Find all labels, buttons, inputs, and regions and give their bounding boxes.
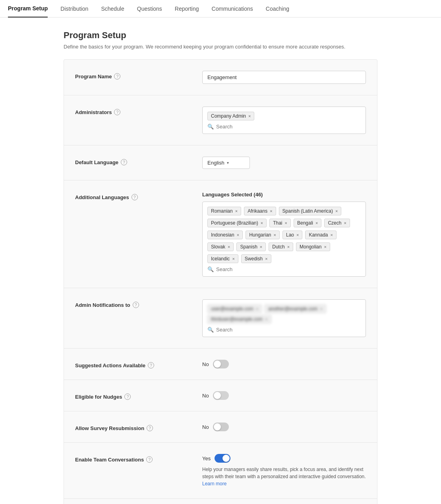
tag-lang-remove-kannada[interactable]: × bbox=[330, 233, 333, 237]
tag-lang-label-portuguese-br: Portuguese (Brazilian) bbox=[211, 220, 258, 226]
label-eligible-nudges: Eligible for Nudges bbox=[75, 394, 122, 400]
tag-lang-remove-portuguese-br[interactable]: × bbox=[261, 221, 263, 225]
nav-bar: Program SetupDistributionScheduleQuestio… bbox=[0, 0, 441, 17]
tag-lang-label-bengali: Bengali bbox=[297, 220, 313, 226]
field-additional-languages: Additional Languages ? Languages Selecte… bbox=[64, 180, 377, 288]
tag-lang-label-thai: Thai bbox=[273, 220, 282, 226]
label-suggested-actions: Suggested Actions Available bbox=[75, 362, 145, 368]
tag-lang-thai: Thai× bbox=[269, 219, 291, 227]
tag-lang-label-slovak: Slovak bbox=[211, 244, 225, 250]
tag-lang-label-swedish: Swedish bbox=[245, 256, 263, 262]
tag-lang-remove-afrikaans[interactable]: × bbox=[270, 209, 272, 213]
tag-lang-remove-czech[interactable]: × bbox=[344, 221, 346, 225]
help-icon-admin-notifications[interactable]: ? bbox=[133, 302, 139, 308]
languages-search-input[interactable] bbox=[216, 266, 361, 272]
tag-lang-remove-spanish[interactable]: × bbox=[260, 244, 262, 249]
tag-email-2: another@example.com × bbox=[265, 304, 326, 313]
tag-lang-label-czech: Czech bbox=[328, 220, 341, 226]
tag-lang-dutch: Dutch× bbox=[269, 242, 293, 251]
nav-item-coaching[interactable]: Coaching bbox=[266, 0, 289, 17]
label-admin-notifications: Admin Notifications to bbox=[75, 302, 130, 308]
admin-notifications-tags: user@example.com × another@example.com ×… bbox=[207, 304, 361, 324]
nav-item-schedule[interactable]: Schedule bbox=[101, 0, 124, 17]
tag-lang-label-kannada: Kannada bbox=[309, 232, 328, 238]
nav-item-questions[interactable]: Questions bbox=[137, 0, 162, 17]
tag-lang-remove-romanian[interactable]: × bbox=[235, 209, 238, 213]
help-icon-suggested-actions[interactable]: ? bbox=[148, 362, 154, 368]
help-icon-additional-languages[interactable]: ? bbox=[132, 194, 138, 200]
administrators-search-input[interactable] bbox=[216, 124, 361, 130]
tag-lang-label-spanish-la: Spanish (Latin America) bbox=[282, 208, 333, 214]
enable-team-conv-state-label: Yes bbox=[202, 456, 211, 461]
languages-search-icon: 🔍 bbox=[207, 266, 214, 272]
help-icon-allow-resubmission[interactable]: ? bbox=[147, 425, 153, 431]
control-program-name bbox=[202, 71, 366, 84]
help-icon-program-name[interactable]: ? bbox=[114, 73, 120, 79]
tag-remove-company-admin[interactable]: × bbox=[248, 114, 251, 118]
tag-lang-remove-lao[interactable]: × bbox=[296, 233, 299, 237]
page-content: Program Setup Define the basics for your… bbox=[0, 17, 441, 504]
help-icon-enable-team-conv[interactable]: ? bbox=[146, 456, 153, 463]
field-eligible-nudges: Eligible for Nudges ? No bbox=[64, 380, 377, 411]
tag-lang-remove-indonesian[interactable]: × bbox=[237, 233, 239, 237]
tag-lang-label-dutch: Dutch bbox=[272, 244, 284, 250]
administrators-search-row: 🔍 bbox=[207, 124, 361, 130]
tag-lang-remove-bengali[interactable]: × bbox=[315, 221, 318, 225]
label-enable-team-conv: Enable Team Conversations bbox=[75, 457, 144, 463]
tag-lang-remove-mongolian[interactable]: × bbox=[324, 244, 326, 249]
tag-lang-portuguese-br: Portuguese (Brazilian)× bbox=[207, 219, 267, 227]
administrators-tag-box: Company Admin × 🔍 bbox=[202, 107, 366, 134]
administrators-tags: Company Admin × bbox=[207, 111, 361, 121]
nav-item-reporting[interactable]: Reporting bbox=[175, 0, 199, 17]
tag-email-2-remove[interactable]: × bbox=[320, 306, 322, 311]
enable-team-conv-toggle-row: Yes bbox=[202, 454, 366, 463]
label-col-additional-languages: Additional Languages ? bbox=[75, 192, 202, 200]
label-col-eligible-nudges: Eligible for Nudges ? bbox=[75, 391, 202, 400]
tag-lang-label-afrikaans: Afrikaans bbox=[248, 208, 267, 214]
help-icon-administrators[interactable]: ? bbox=[114, 109, 120, 115]
suggested-actions-thumb bbox=[214, 361, 221, 368]
field-program-name: Program Name ? bbox=[64, 60, 377, 95]
tag-lang-remove-thai[interactable]: × bbox=[285, 221, 287, 225]
page-subtitle: Define the basics for your program. We r… bbox=[64, 44, 377, 50]
tag-lang-afrikaans: Afrikaans× bbox=[244, 207, 276, 215]
enable-team-conv-toggle[interactable] bbox=[215, 454, 230, 463]
label-allow-resubmission: Allow Survey Resubmission bbox=[75, 425, 144, 431]
program-name-input[interactable] bbox=[202, 71, 366, 84]
help-icon-eligible-nudges[interactable]: ? bbox=[124, 394, 131, 400]
tag-lang-remove-hungarian[interactable]: × bbox=[274, 233, 276, 237]
tag-email-1: user@example.com × bbox=[207, 304, 262, 313]
tag-lang-bengali: Bengali× bbox=[294, 219, 321, 227]
tag-email-1-remove[interactable]: × bbox=[256, 306, 258, 311]
eligible-nudges-toggle bbox=[213, 391, 229, 400]
tag-email-3-remove[interactable]: × bbox=[265, 317, 267, 322]
label-program-name: Program Name bbox=[75, 74, 112, 79]
nav-item-distribution[interactable]: Distribution bbox=[60, 0, 88, 17]
field-allow-resubmission: Allow Survey Resubmission ? No bbox=[64, 411, 377, 443]
administrators-search-icon: 🔍 bbox=[207, 124, 214, 130]
tag-lang-remove-dutch[interactable]: × bbox=[287, 244, 290, 249]
tag-lang-remove-swedish[interactable]: × bbox=[265, 256, 267, 261]
control-enable-team-conv: Yes Help your managers easily share resu… bbox=[202, 454, 366, 487]
tag-company-admin: Company Admin × bbox=[207, 112, 254, 120]
tag-lang-remove-slovak[interactable]: × bbox=[228, 244, 230, 249]
tag-lang-remove-spanish-la[interactable]: × bbox=[335, 209, 338, 213]
learn-more-link[interactable]: Learn more bbox=[202, 481, 226, 487]
tag-lang-czech: Czech× bbox=[324, 219, 350, 227]
control-admin-notifications: user@example.com × another@example.com ×… bbox=[202, 299, 366, 337]
suggested-actions-toggle[interactable] bbox=[213, 360, 229, 368]
tag-lang-icelandic: Icelandic× bbox=[207, 254, 238, 263]
nav-item-communications[interactable]: Communications bbox=[212, 0, 253, 17]
nav-item-program-setup[interactable]: Program Setup bbox=[8, 0, 48, 17]
label-col-suggested-actions: Suggested Actions Available ? bbox=[75, 360, 202, 368]
admin-notifications-tag-box: user@example.com × another@example.com ×… bbox=[202, 299, 366, 337]
allow-resubmission-thumb bbox=[214, 423, 221, 430]
allow-resubmission-toggle[interactable] bbox=[213, 423, 229, 431]
tag-lang-remove-icelandic[interactable]: × bbox=[232, 256, 234, 261]
help-icon-default-language[interactable]: ? bbox=[121, 159, 127, 165]
default-language-select[interactable]: English ▾ bbox=[202, 157, 250, 169]
admin-notifications-search-input[interactable] bbox=[216, 327, 361, 333]
default-language-value: English bbox=[207, 160, 224, 166]
control-allow-resubmission: No bbox=[202, 423, 366, 431]
field-default-language: Default Language ? English ▾ bbox=[64, 145, 377, 180]
